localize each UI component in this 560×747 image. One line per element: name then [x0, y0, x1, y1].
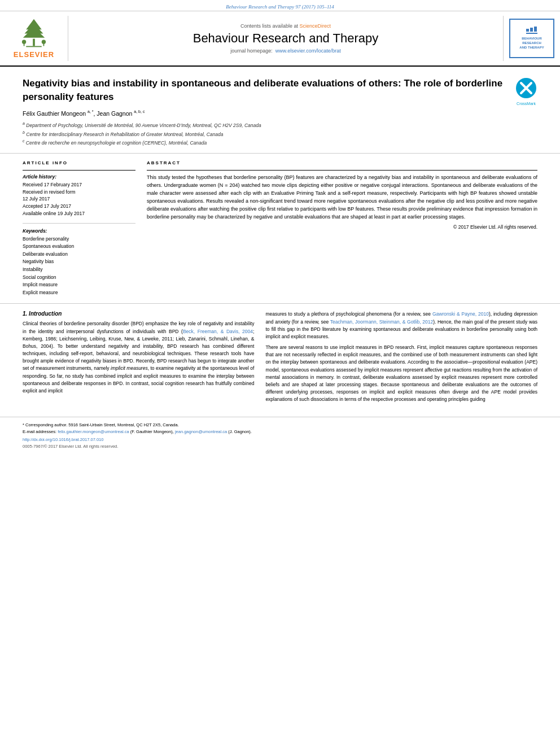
journal-badge-text: BEHAVIOURRESEARCHAND THERAPY — [519, 37, 544, 50]
journal-badge: BEHAVIOURRESEARCHAND THERAPY — [509, 19, 554, 58]
journal-title-area: Contents lists available at ScienceDirec… — [68, 16, 504, 61]
accepted-date: Accepted 17 July 2017 — [23, 203, 135, 210]
intro-body-right-2: There are several reasons to use implici… — [265, 344, 537, 403]
main-left-col: 1. Introduction Clinical theories of bor… — [23, 311, 254, 407]
article-history-block: Article history: Received 17 February 20… — [23, 174, 135, 217]
doi-link[interactable]: http://dx.doi.org/10.1016/j.brat.2017.07… — [23, 437, 103, 442]
svg-point-8 — [42, 40, 46, 44]
abstract-text: This study tested the hypotheses that bo… — [147, 174, 537, 221]
article-info-header: ARTICLE INFO — [23, 160, 135, 165]
keyword-8: Explicit measure — [23, 289, 135, 297]
journal-title: Behaviour Research and Therapy — [193, 31, 379, 46]
keyword-5: Instability — [23, 266, 135, 274]
journal-homepage-link[interactable]: www.elsevier.com/locate/brat — [275, 48, 341, 54]
article-title: Negativity bias and instability in spont… — [23, 77, 537, 104]
journal-badge-area: BEHAVIOURRESEARCHAND THERAPY — [504, 16, 560, 61]
sciencedirect-link[interactable]: ScienceDirect — [300, 23, 331, 29]
elsevier-logo: ELSEVIER — [14, 18, 54, 59]
journal-homepage-line: journal homepage: www.elsevier.com/locat… — [230, 48, 341, 54]
abstract-col: ABSTRACT This study tested the hypothese… — [147, 160, 537, 297]
crossmark-area: CrossMark — [515, 77, 537, 106]
svg-point-7 — [22, 40, 26, 44]
email-1-name-parens: (F. Gauthier Mongeon), — [130, 429, 175, 434]
email-2-link[interactable]: jean.gagnon@umontreal.ca — [175, 429, 227, 434]
journal-header: ELSEVIER Contents lists available at Sci… — [0, 11, 560, 67]
available-date: Available online 19 July 2017 — [23, 210, 135, 217]
keywords-block: Keywords: Borderline personality Spontan… — [23, 228, 135, 297]
journal-citation: Behaviour Research and Therapy 97 (2017)… — [226, 4, 334, 10]
corresponding-author-note: * Corresponding author. 5916 Saint-Urbai… — [23, 422, 537, 428]
ref-beck-link[interactable]: Beck, Freeman, & Davis, 2004 — [183, 329, 253, 334]
affiliations-block: a Department of Psychology, Université d… — [23, 121, 537, 147]
intro-body-right-1: measures to study a plethora of psycholo… — [265, 311, 537, 340]
elsevier-logo-area: ELSEVIER — [0, 16, 68, 61]
email-1-link[interactable]: felix.gauthier.mongeon@umontreal.ca — [58, 429, 129, 434]
keyword-3: Deliberate evaluation — [23, 251, 135, 259]
elsevier-tree-icon — [14, 18, 54, 49]
received-revised-label: Received in revised form — [23, 189, 135, 196]
keywords-label: Keywords: — [23, 228, 135, 234]
svg-rect-0 — [33, 39, 35, 46]
doi-line: http://dx.doi.org/10.1016/j.brat.2017.07… — [23, 437, 537, 442]
svg-rect-11 — [534, 27, 537, 32]
affiliation-a: a Department of Psychology, Université d… — [23, 121, 537, 129]
ref-gawronski-link[interactable]: Gawronski & Payne, 2010 — [432, 311, 489, 317]
keyword-1: Borderline personality — [23, 235, 135, 243]
keyword-7: Implicit measure — [23, 281, 135, 289]
keyword-4: Negativity bias — [23, 258, 135, 266]
history-label: Article history: — [23, 174, 135, 180]
received-date: Received 17 February 2017 — [23, 181, 135, 189]
abstract-copyright: © 2017 Elsevier Ltd. All rights reserved… — [147, 224, 537, 230]
svg-rect-4 — [26, 46, 42, 47]
elsevier-brand-text: ELSEVIER — [14, 50, 54, 59]
main-right-col: measures to study a plethora of psycholo… — [265, 311, 537, 407]
main-body-section: 1. Introduction Clinical theories of bor… — [0, 304, 560, 413]
abstract-header: ABSTRACT — [147, 160, 537, 165]
crossmark-icon — [515, 77, 537, 99]
email-note: E-mail addresses: felix.gauthier.mongeon… — [23, 429, 537, 435]
footer-copyright: 0005-7967/© 2017 Elsevier Ltd. All right… — [23, 444, 537, 449]
intro-section-title: 1. Introduction — [23, 311, 254, 317]
article-info-col: ARTICLE INFO Article history: Received 1… — [23, 160, 135, 297]
svg-rect-12 — [526, 33, 537, 34]
article-title-section: CrossMark Negativity bias and instabilit… — [0, 67, 560, 154]
sciencedirect-line: Contents lists available at ScienceDirec… — [240, 23, 331, 29]
authors-line: Félix Gauthier Mongeon a, *, Jean Gagnon… — [23, 110, 537, 117]
affiliation-c: c Centre de recherche en neuropsychologi… — [23, 138, 537, 147]
revised-date: 12 July 2017 — [23, 195, 135, 203]
svg-rect-9 — [526, 29, 529, 32]
journal-top-bar: Behaviour Research and Therapy 97 (2017)… — [0, 0, 560, 11]
article-info-abstract-section: ARTICLE INFO Article history: Received 1… — [0, 154, 560, 304]
email-2-name-parens: (J. Gagnon). — [228, 429, 252, 434]
journal-badge-icon — [526, 27, 537, 36]
footnotes-section: * Corresponding author. 5916 Saint-Urbai… — [0, 417, 560, 451]
intro-body-left: Clinical theories of borderline personal… — [23, 320, 254, 395]
ref-teachman-link[interactable]: Teachman, Joormann, Steinman, & Gotlib, … — [330, 319, 433, 325]
keyword-6: Social cognition — [23, 274, 135, 282]
keyword-2: Spontaneous evaluation — [23, 243, 135, 251]
svg-rect-10 — [530, 28, 533, 32]
affiliation-b: b Centre for Interdisciplinary Research … — [23, 130, 537, 138]
